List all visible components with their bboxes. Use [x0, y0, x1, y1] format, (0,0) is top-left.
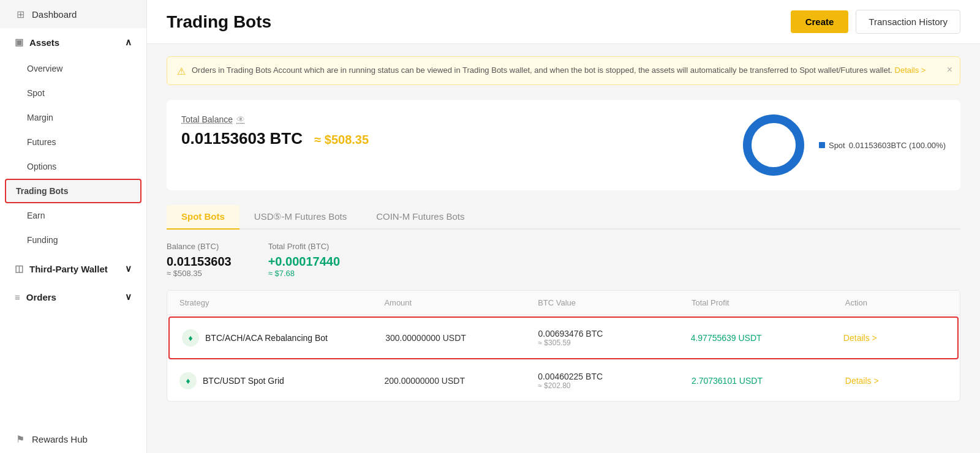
transaction-history-button[interactable]: Transaction History	[856, 10, 960, 34]
sidebar-item-futures[interactable]: Futures	[0, 130, 146, 154]
btc-usd-1: ≈ $305.59	[538, 339, 690, 347]
chart-legend: Spot 0.01153603BTC (100.00%)	[819, 141, 946, 150]
balance-label: Total Balance 👁	[181, 114, 369, 124]
sidebar-trading-bots-label: Trading Bots	[16, 186, 69, 196]
dashboard-icon: ⊞	[15, 9, 26, 20]
strategy-icon-1: ♦	[182, 329, 199, 346]
tab-usdm-futures[interactable]: USD⑤-M Futures Bots	[239, 205, 361, 230]
tab-spot-bots-label: Spot Bots	[181, 211, 225, 222]
banner-text: Orders in Trading Bots Account which are…	[192, 64, 925, 77]
bots-table: Strategy Amount BTC Value Total Profit A…	[167, 290, 960, 402]
col-btc-value: BTC Value	[538, 298, 692, 307]
amount-cell-1: 300.00000000 USDT	[385, 333, 538, 343]
stat-balance: Balance (BTC) 0.01153603 ≈ $508.35	[167, 242, 232, 278]
balance-section: Total Balance 👁 0.01153603 BTC ≈ $508.35…	[167, 100, 960, 190]
action-cell-2: Details >	[845, 375, 948, 386]
sidebar-earn-label: Earn	[27, 211, 45, 220]
stat-profit: Total Profit (BTC) +0.00017440 ≈ $7.68	[268, 242, 340, 278]
page-title: Trading Bots	[167, 12, 271, 32]
sidebar-margin-label: Margin	[27, 113, 53, 122]
balance-btc: 0.01153603 BTC	[181, 129, 303, 148]
sidebar-item-dashboard[interactable]: ⊞ Dashboard	[0, 0, 146, 28]
sidebar-overview-label: Overview	[27, 64, 62, 73]
sidebar-third-party-header[interactable]: ◫ Third-Party Wallet ∨	[0, 255, 146, 283]
col-action: Action	[845, 298, 948, 307]
strategy-cell-1: ♦ BTC/ACH/ACA Rebalancing Bot	[182, 329, 385, 346]
balance-usd-value: ≈ $508.35	[314, 133, 369, 146]
sidebar-item-funding[interactable]: Funding	[0, 228, 146, 252]
balance-stat-label: Balance (BTC)	[167, 242, 232, 251]
total-balance-text: Total Balance	[181, 114, 233, 124]
btc-value-1: 0.00693476 BTC	[538, 329, 690, 339]
profit-stat-label: Total Profit (BTC)	[268, 242, 340, 251]
btc-value-2: 0.00460225 BTC	[538, 372, 692, 381]
details-link-2[interactable]: Details >	[845, 376, 879, 386]
btc-cell-2: 0.00460225 BTC ≈ $202.80	[538, 372, 692, 390]
main-content: Trading Bots Create Transaction History …	[147, 0, 980, 453]
chevron-down-icon-2: ∨	[125, 291, 132, 302]
tab-usdm-label: USD⑤-M Futures Bots	[254, 211, 347, 222]
action-cell-1: Details >	[843, 332, 945, 343]
create-button[interactable]: Create	[791, 10, 849, 33]
strategy-name-2: BTC/USDT Spot Grid	[203, 376, 284, 386]
tab-coinm-futures[interactable]: COIN-M Futures Bots	[361, 205, 479, 230]
sidebar-item-rewards[interactable]: ⚑ Rewards Hub	[0, 425, 146, 453]
table-row: ♦ BTC/ACH/ACA Rebalancing Bot 300.000000…	[168, 316, 959, 359]
amount-cell-2: 200.00000000 USDT	[384, 376, 538, 386]
strategy-icon-2: ♦	[179, 372, 197, 389]
donut-chart	[743, 114, 804, 176]
balance-chart: Spot 0.01153603BTC (100.00%)	[743, 114, 946, 176]
tab-spot-bots[interactable]: Spot Bots	[167, 205, 239, 230]
table-header: Strategy Amount BTC Value Total Profit A…	[167, 291, 960, 315]
profit-cell-2: 2.70736101 USDT	[692, 376, 845, 386]
tab-coinm-label: COIN-M Futures Bots	[376, 211, 464, 222]
profit-stat-value: +0.00017440	[268, 255, 340, 269]
sidebar-item-spot[interactable]: Spot	[0, 81, 146, 105]
sidebar-rewards-label: Rewards Hub	[32, 434, 88, 444]
sidebar-spot-label: Spot	[27, 88, 45, 98]
balance-stat-usd: ≈ $508.35	[167, 269, 232, 278]
banner-message: Orders in Trading Bots Account which are…	[192, 66, 892, 75]
legend-spot-label: Spot	[829, 141, 845, 150]
btc-usd-2: ≈ $202.80	[538, 381, 692, 390]
details-link-1[interactable]: Details >	[843, 333, 877, 343]
sidebar-funding-label: Funding	[27, 235, 58, 245]
sidebar-item-margin[interactable]: Margin	[0, 105, 146, 130]
legend-spot-value: 0.01153603BTC (100.00%)	[849, 141, 946, 150]
legend-dot-spot	[819, 142, 825, 148]
sidebar-item-trading-bots[interactable]: Trading Bots	[5, 179, 141, 203]
banner-close-button[interactable]: ×	[947, 64, 952, 75]
strategy-cell-2: ♦ BTC/USDT Spot Grid	[179, 372, 384, 389]
profit-cell-1: 4.97755639 USDT	[691, 333, 843, 343]
sidebar-assets-header[interactable]: ▣ Assets ∧	[0, 28, 146, 56]
page-header: Trading Bots Create Transaction History	[147, 0, 980, 44]
legend-spot: Spot 0.01153603BTC (100.00%)	[819, 141, 946, 150]
header-actions: Create Transaction History	[791, 10, 960, 34]
orders-icon: ≡	[15, 292, 20, 302]
sidebar-item-overview[interactable]: Overview	[0, 56, 146, 81]
col-strategy: Strategy	[179, 298, 384, 307]
eye-icon[interactable]: 👁	[236, 114, 245, 124]
rewards-icon: ⚑	[15, 433, 26, 444]
sidebar: ⊞ Dashboard ▣ Assets ∧ Overview Spot Mar…	[0, 0, 147, 453]
banner-details-link[interactable]: Details >	[895, 66, 926, 75]
sidebar-options-label: Options	[27, 162, 56, 171]
balance-stat-value: 0.01153603	[167, 255, 232, 269]
chevron-down-icon: ∨	[125, 263, 132, 274]
wallet-icon: ◫	[15, 263, 23, 274]
bot-tabs: Spot Bots USD⑤-M Futures Bots COIN-M Fut…	[167, 205, 960, 230]
balance-info: Total Balance 👁 0.01153603 BTC ≈ $508.35	[181, 114, 369, 151]
warning-icon: ⚠	[177, 66, 186, 77]
sidebar-item-options[interactable]: Options	[0, 154, 146, 179]
chevron-up-icon: ∧	[125, 37, 132, 48]
sidebar-item-earn[interactable]: Earn	[0, 203, 146, 228]
info-banner: ⚠ Orders in Trading Bots Account which a…	[167, 56, 960, 85]
profit-stat-usd: ≈ $7.68	[268, 269, 340, 278]
col-total-profit: Total Profit	[692, 298, 845, 307]
sidebar-dashboard-label: Dashboard	[32, 9, 77, 20]
col-amount: Amount	[384, 298, 538, 307]
sidebar-orders-label: Orders	[26, 292, 56, 302]
sidebar-orders-header[interactable]: ≡ Orders ∨	[0, 283, 146, 311]
sidebar-assets-label: Assets	[29, 37, 59, 48]
sidebar-third-party-label: Third-Party Wallet	[29, 264, 108, 274]
